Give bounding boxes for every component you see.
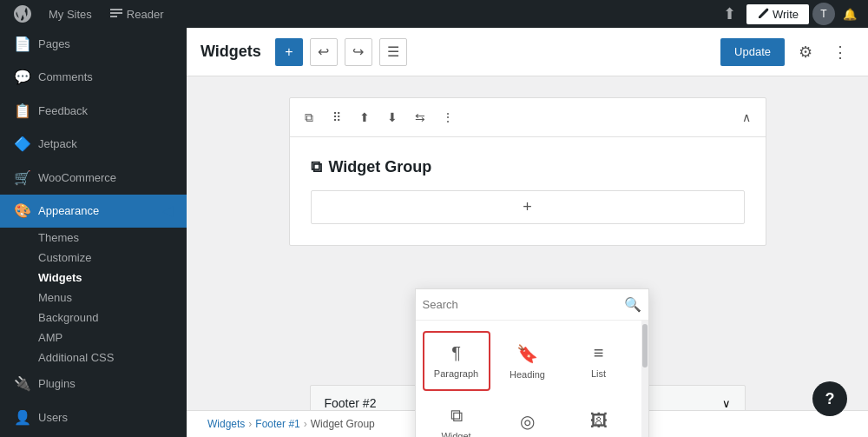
- sidebar-item-woocommerce[interactable]: 🛒 WooCommerce: [0, 162, 187, 195]
- update-button[interactable]: Update: [720, 38, 785, 66]
- notifications-bell[interactable]: 🔔: [838, 3, 861, 25]
- embed-icon: ◎: [520, 411, 535, 432]
- sidebar-sub-additional-css[interactable]: Additional CSS: [0, 348, 187, 367]
- picker-scrollbar-thumb: [642, 324, 648, 367]
- feedback-icon: 📋: [14, 102, 31, 121]
- appearance-icon: 🎨: [14, 202, 31, 221]
- avatar[interactable]: T: [812, 3, 835, 25]
- collapse-widget-button[interactable]: ∧: [734, 105, 759, 129]
- main-layout: 📄 Pages 💬 Comments 📋 Feedback 🔷 Jetpack …: [0, 28, 868, 437]
- sidebar-item-comments[interactable]: 💬 Comments: [0, 61, 187, 94]
- block-search-input[interactable]: [423, 298, 621, 311]
- settings-gear-button[interactable]: ⚙: [792, 38, 819, 66]
- sidebar-sub-menus[interactable]: Menus: [0, 288, 187, 308]
- breadcrumb-footer1[interactable]: Footer #1: [255, 418, 299, 430]
- block-item-heading[interactable]: 🔖 Heading: [494, 331, 562, 391]
- block-item-paragraph[interactable]: ¶ Paragraph: [423, 331, 490, 391]
- breadcrumb-widget-group: Widget Group: [311, 418, 375, 430]
- widget-group-icon: ⧉: [311, 158, 322, 176]
- widget-body: ⧉ Widget Group +: [290, 137, 766, 245]
- content-area: Widgets + ↩ ↪ ☰ Update ⚙ ⋮ ⧉ ⠿ ⬆ ⬇ ⇆: [187, 28, 868, 437]
- redo-button[interactable]: ↪: [345, 38, 372, 66]
- move-up-button[interactable]: ⬆: [352, 105, 377, 129]
- widget-group-title: ⧉ Widget Group: [311, 158, 745, 176]
- paragraph-icon: ¶: [451, 343, 461, 363]
- image-icon: 🖼: [590, 411, 608, 431]
- block-item-widget-group[interactable]: ⧉ Widget Group: [423, 394, 490, 437]
- users-icon: 👤: [14, 408, 31, 427]
- sidebar-item-pages[interactable]: 📄 Pages: [0, 28, 187, 61]
- drag-handle-button[interactable]: ⠿: [325, 105, 349, 129]
- svg-rect-2: [110, 16, 117, 17]
- plugins-icon: 🔌: [14, 374, 31, 394]
- my-sites-link[interactable]: My Sites: [42, 0, 99, 28]
- block-label-list: List: [591, 368, 606, 379]
- editor-canvas: ⧉ ⠿ ⬆ ⬇ ⇆ ⋮ ∧ ⧉ Widget Group: [187, 76, 868, 437]
- sidebar-sub-themes[interactable]: Themes: [0, 228, 187, 248]
- write-button[interactable]: Write: [746, 4, 809, 24]
- block-label-heading: Heading: [510, 369, 545, 380]
- sidebar-item-users[interactable]: 👤 Users: [0, 401, 187, 434]
- block-label-widget-group: Widget Group: [431, 431, 483, 437]
- block-picker-popup: 🔍 ¶ Paragraph 🔖 Heading: [415, 288, 649, 437]
- svg-rect-0: [110, 9, 122, 10]
- sidebar-item-plugins[interactable]: 🔌 Plugins: [0, 367, 187, 401]
- editor-header: Widgets + ↩ ↪ ☰ Update ⚙ ⋮: [187, 28, 868, 76]
- block-item-image[interactable]: 🖼 Image: [565, 394, 633, 437]
- undo-button[interactable]: ↩: [310, 38, 338, 66]
- more-options-button[interactable]: ⋮: [826, 38, 854, 66]
- widget-toolbar: ⧉ ⠿ ⬆ ⬇ ⇆ ⋮ ∧: [290, 98, 766, 137]
- copy-tool-button[interactable]: ⧉: [297, 105, 321, 129]
- pages-icon: 📄: [14, 35, 31, 54]
- heading-icon: 🔖: [516, 343, 538, 364]
- search-icon: 🔍: [624, 296, 641, 313]
- svg-rect-1: [110, 12, 122, 14]
- appearance-arrow: ◀: [162, 202, 173, 221]
- stream-icon[interactable]: ⬆: [716, 4, 743, 23]
- picker-scrollbar[interactable]: [641, 321, 648, 437]
- page-title: Widgets: [201, 43, 261, 61]
- widget-group-container: ⧉ ⠿ ⬆ ⬇ ⇆ ⋮ ∧ ⧉ Widget Group: [289, 97, 766, 246]
- more-tool-button[interactable]: ⋮: [436, 105, 460, 129]
- breadcrumb-sep-1: ›: [248, 418, 252, 430]
- admin-bar: My Sites Reader ⬆ Write T 🔔: [0, 0, 868, 28]
- block-label-paragraph: Paragraph: [434, 368, 478, 379]
- block-item-embed[interactable]: ◎ Embed: [494, 394, 562, 437]
- wp-logo[interactable]: [7, 0, 38, 28]
- breadcrumb-sep-2: ›: [304, 418, 307, 430]
- block-item-list[interactable]: ≡ List: [565, 331, 633, 391]
- sidebar-sub-widgets[interactable]: Widgets: [0, 268, 187, 288]
- block-picker-search-bar: 🔍: [416, 289, 648, 321]
- jetpack-icon: 🔷: [14, 135, 31, 154]
- widget-group-icon: ⧉: [450, 406, 463, 426]
- transform-button[interactable]: ⇆: [408, 105, 432, 129]
- list-icon: ≡: [594, 343, 604, 363]
- sidebar-item-feedback[interactable]: 📋 Feedback: [0, 95, 187, 128]
- reader-link[interactable]: Reader: [102, 0, 171, 28]
- comments-icon: 💬: [14, 68, 31, 87]
- add-block-inner-button[interactable]: +: [311, 190, 745, 224]
- sidebar-sub-amp[interactable]: AMP: [0, 328, 187, 348]
- sidebar-sub-customize[interactable]: Customize: [0, 248, 187, 268]
- add-block-button[interactable]: +: [275, 38, 303, 66]
- move-down-button[interactable]: ⬇: [380, 105, 404, 129]
- sidebar-item-jetpack[interactable]: 🔷 Jetpack: [0, 128, 187, 161]
- admin-bar-right: ⬆ Write T 🔔: [716, 3, 861, 25]
- footer-2-chevron: ∨: [722, 397, 731, 410]
- footer-2-label: Footer #2: [325, 396, 377, 410]
- woo-icon: 🛒: [14, 169, 31, 188]
- sidebar-item-appearance[interactable]: 🎨 Appearance ◀: [0, 195, 187, 228]
- help-button[interactable]: ?: [812, 381, 847, 416]
- sidebar: 📄 Pages 💬 Comments 📋 Feedback 🔷 Jetpack …: [0, 28, 187, 437]
- block-grid: ¶ Paragraph 🔖 Heading ≡ List: [416, 321, 640, 437]
- sidebar-sub-background[interactable]: Background: [0, 308, 187, 328]
- breadcrumb-widgets[interactable]: Widgets: [207, 418, 245, 430]
- list-view-button[interactable]: ☰: [379, 38, 407, 66]
